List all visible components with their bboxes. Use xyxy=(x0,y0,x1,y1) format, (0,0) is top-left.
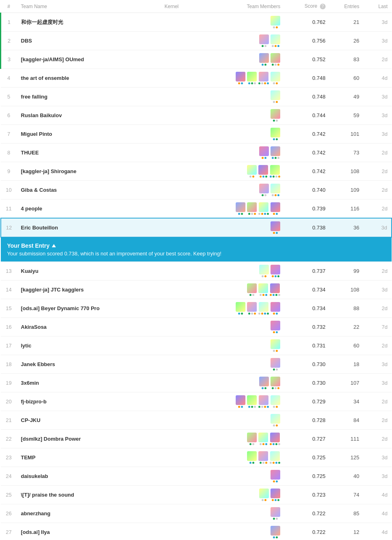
team-name-cell[interactable]: 和你一起虚度时光 xyxy=(17,13,138,32)
avatar xyxy=(236,202,245,212)
team-name-cell[interactable]: 4 people xyxy=(17,199,138,219)
dot-indicator xyxy=(272,499,274,501)
dot-indicator xyxy=(267,82,269,84)
entries-cell: 109 xyxy=(330,181,364,199)
dot-indicator xyxy=(260,176,262,178)
table-row: 2 DBS 0.756 26 3d xyxy=(1,32,392,50)
kernel-cell xyxy=(138,69,205,88)
rank-cell: 15 xyxy=(1,299,17,318)
kernel-cell xyxy=(138,125,205,144)
team-name-cell[interactable]: free falling xyxy=(17,88,138,106)
team-name-cell[interactable]: Eric Bouteillon xyxy=(17,218,138,237)
dot-indicator xyxy=(241,406,243,408)
dot-indicator xyxy=(264,45,266,47)
team-name-cell[interactable]: abnerzhang xyxy=(17,504,138,523)
kernel-cell xyxy=(138,32,205,50)
table-row: 21 CP-JKU 0.728 84 2d xyxy=(1,411,392,430)
dot-indicator xyxy=(275,157,277,159)
team-name-cell[interactable]: [ods.ai] Beyer Dynamic 770 Pro xyxy=(17,299,138,318)
last-cell: 4d xyxy=(363,69,392,88)
dot-indicator xyxy=(272,45,274,47)
dot-indicator xyxy=(273,138,275,140)
kernel-cell xyxy=(138,162,205,181)
team-name-cell[interactable]: Kuaiyu xyxy=(17,262,138,281)
dot-indicator xyxy=(272,275,274,277)
last-cell: 3d xyxy=(363,374,392,392)
best-entry-banner-row: Your Best Entry Your submission scored 0… xyxy=(1,237,392,262)
dot-indicator xyxy=(270,443,272,445)
team-name-cell[interactable]: lytic xyxy=(17,336,138,355)
avatar xyxy=(270,283,280,293)
banner-title: Your Best Entry xyxy=(7,242,386,249)
members-cell xyxy=(205,467,284,486)
team-name-cell[interactable]: daisukelab xyxy=(17,467,138,486)
team-name-cell[interactable]: [kaggler-ja] Shirogane xyxy=(17,162,138,181)
team-name-cell[interactable]: AkiraSosa xyxy=(17,318,138,336)
kernel-cell xyxy=(138,318,205,336)
last-cell: 3d xyxy=(363,355,392,374)
dot-indicator xyxy=(238,213,240,215)
team-name-cell[interactable]: 3x6min xyxy=(17,374,138,392)
dot-indicator xyxy=(278,176,280,178)
members-cell xyxy=(205,88,284,106)
dot-indicator xyxy=(275,499,277,501)
rank-cell: 12 xyxy=(1,218,17,237)
last-cell: 2d xyxy=(363,50,392,69)
avatar xyxy=(271,53,280,63)
dot-indicator xyxy=(272,387,274,389)
team-name-cell[interactable]: TEMP xyxy=(17,448,138,467)
kernel-cell xyxy=(138,336,205,355)
team-name-cell[interactable]: [kaggler-ja] JTC kagglers xyxy=(17,281,138,299)
dot-indicator xyxy=(275,64,277,66)
team-name-cell[interactable]: the art of ensemble xyxy=(17,69,138,88)
dot-indicator xyxy=(277,194,279,196)
dot-indicator xyxy=(276,313,278,315)
avatar xyxy=(259,377,269,386)
team-name-cell[interactable]: [dsmlkz] Dombra Power xyxy=(17,430,138,448)
team-name-cell[interactable]: [ods.ai] Ilya xyxy=(17,523,138,540)
dot-indicator xyxy=(267,313,269,315)
col-kernel: Kernel xyxy=(138,0,205,13)
score-cell: 0.737 xyxy=(284,262,329,281)
last-cell: 2d xyxy=(363,199,392,219)
score-cell: 0.734 xyxy=(284,281,329,299)
members-cell xyxy=(205,318,284,336)
dot-indicator xyxy=(260,443,262,445)
dot-indicator xyxy=(265,462,267,464)
avatar xyxy=(271,470,280,480)
team-name-cell[interactable]: fj-bizpro-b xyxy=(17,392,138,411)
team-name-cell[interactable]: DBS xyxy=(17,32,138,50)
team-name-cell[interactable]: Ruslan Baikulov xyxy=(17,106,138,125)
last-cell: 3d xyxy=(363,281,392,299)
team-name-cell[interactable]: Giba & Costas xyxy=(17,181,138,199)
score-cell: 0.738 xyxy=(284,218,329,237)
dot-indicator xyxy=(275,194,277,196)
dot-indicator xyxy=(262,499,264,501)
kernel-cell xyxy=(138,88,205,106)
dot-indicator xyxy=(275,443,277,445)
entries-cell: 101 xyxy=(330,125,364,144)
dot-indicator xyxy=(267,213,269,215)
dot-indicator xyxy=(264,213,266,215)
team-name-cell[interactable]: THUEE xyxy=(17,144,138,162)
team-name-cell[interactable]: Janek Ebbers xyxy=(17,355,138,374)
team-name-cell[interactable]: CP-JKU xyxy=(17,411,138,430)
members-cell xyxy=(205,218,284,237)
rank-cell: 24 xyxy=(1,467,17,486)
dot-indicator xyxy=(241,82,243,84)
dot-indicator xyxy=(278,443,280,445)
team-name-cell[interactable]: \[T]/ praise the sound xyxy=(17,486,138,504)
avatar xyxy=(271,507,280,517)
table-row: 16 AkiraSosa 0.732 22 7d xyxy=(1,318,392,336)
rank-cell: 27 xyxy=(1,523,17,540)
rank-cell: 18 xyxy=(1,355,17,374)
dot-indicator xyxy=(262,176,264,178)
dot-indicator xyxy=(249,462,251,464)
team-name-cell[interactable]: [kaggler-ja/AIMS] OUmed xyxy=(17,50,138,69)
team-name-cell[interactable]: Miguel Pinto xyxy=(17,125,138,144)
col-last: Last xyxy=(363,0,392,13)
dot-indicator xyxy=(275,45,277,47)
last-cell: 3d xyxy=(363,88,392,106)
entries-cell: 85 xyxy=(330,504,364,523)
rank-cell: 26 xyxy=(1,504,17,523)
